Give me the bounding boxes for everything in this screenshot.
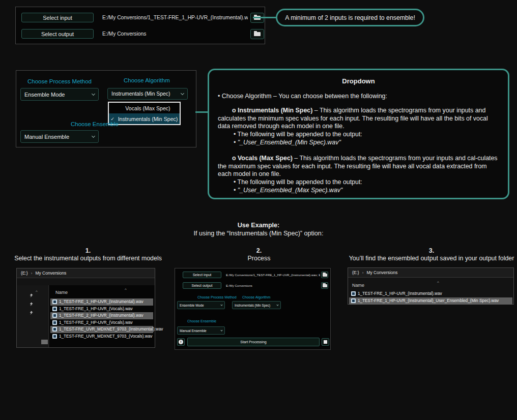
ensemble-requirement-callout: A minimum of 2 inputs is required to ens… [276,9,424,26]
info-box-intro: • Choose Algorithm – You can choose betw… [218,93,499,101]
breadcrumb-drive[interactable]: (E:) [21,271,28,276]
file-row[interactable]: 1_TEST-FRE_2_HP-UVR_(Vocals).wav [50,319,153,326]
file-row[interactable]: 1_TEST-FRE_UVR_MDXNET_9703_(Vocals).wav [50,333,153,340]
options-panel: Choose Process Method Ensemble Mode Choo… [16,70,196,147]
browse-input-button[interactable] [321,272,328,278]
min-spec-bullet-2: • "_User_Ensembled_(Min Spec).wav" [218,139,499,147]
info-icon: ! [179,340,183,344]
file-row[interactable]: 1_TEST-FRE_1_HP-UVR_(Vocals).wav [50,306,153,313]
audio-file-icon [52,327,57,332]
browse-output-button[interactable] [321,282,328,289]
step-number: 3. [346,247,517,254]
name-column-header[interactable]: Name [352,283,364,288]
folder-icon [254,32,261,36]
scrollbar-thumb[interactable] [41,340,48,344]
algorithm-value: Instrumentals (Min Spec) [111,91,170,97]
option-instrumentals-min-spec[interactable]: ✓ Instrumentals (Min Spec) [109,113,180,124]
pin-icon[interactable] [29,308,33,317]
sort-caret-icon[interactable]: ^ [437,280,439,285]
input-output-panel: Select input E:/My Conversions/1_TEST-FR… [15,7,265,44]
ensemble-dropdown[interactable]: Manual Ensemble [177,326,225,335]
pin-icon[interactable] [29,290,33,299]
step-caption: Process [175,255,343,262]
select-output-button[interactable]: Select output [21,29,94,39]
algorithm-label: Choose Algorithm [124,77,170,83]
breadcrumb-drive[interactable]: (E:) [352,270,359,275]
breadcrumb[interactable]: (E:) › My Conversions [348,268,513,278]
chevron-down-icon [276,304,278,306]
breadcrumb-folder[interactable]: My Conversions [35,271,66,276]
audio-file-icon [52,307,57,311]
max-spec-bullet-2: • "_User_Ensembled_(Max Spec).wav" [218,187,499,195]
explorer-sidebar: ^ [17,285,49,347]
start-processing-button[interactable]: Start Processing [187,338,320,346]
chevron-right-icon: › [31,271,33,276]
file-row[interactable]: 1_TEST-FRE_2_HP-UVR_(Instrumental).wav [50,312,153,319]
file-row[interactable]: 1_TEST-FRE_1_HP-UVR_(Instrumental).wav [349,290,512,297]
chevron-down-icon [92,134,95,137]
explorer-body: ^ Name ^ 1_TEST-FRE_1_HP-UVR_(Instrument… [17,285,155,347]
stop-icon [324,340,327,344]
step-2-header: 2. Process [175,247,343,262]
algorithm-dropdown[interactable]: Instrumentals (Min Spec) [107,88,188,100]
file-row[interactable]: 1_TEST-FRE_UVR_MDXNET_9703_(Instrumental… [50,326,153,333]
option-vocals-max-spec[interactable]: Vocals (Max Spec) [109,103,180,113]
process-method-dropdown[interactable]: Ensemble Mode [177,301,225,309]
uvr-app-screenshot: Select input E:/My Conversions/1_TEST-FR… [175,268,331,350]
algorithm-options-list: Vocals (Max Spec) ✓ Instrumentals (Min S… [108,102,181,125]
select-input-button[interactable]: Select input [183,272,221,278]
max-spec-bullet-1: • The following will be appended to the … [218,178,499,187]
input-path-value[interactable]: E:/My Conversions/1_TEST-FRE_1_HP-UVR_(I… [226,272,320,278]
process-method-label: Choose Process Method [27,78,92,84]
explorer-screenshot-output: (E:) › My Conversions Name ^ 1_TEST-FRE_… [348,267,514,305]
caret-up-icon[interactable]: ^ [36,289,38,294]
use-example-title: Use Example: [0,222,517,229]
infobox-connector-line [195,111,208,113]
step-caption: Select the instrumental outputs from dif… [4,255,172,262]
chevron-right-icon: › [362,271,364,275]
info-button[interactable]: ! [177,338,185,346]
algorithm-dropdown[interactable]: Instrumentals (Min Spec) [232,301,281,309]
folder-icon [323,284,327,287]
select-output-button[interactable]: Select output [183,282,221,289]
max-spec-lead: o Vocals (Max Spec) [232,155,293,162]
sort-caret-icon[interactable]: ^ [125,287,127,292]
min-spec-paragraph: o Instrumentals (Min Spec) – This algori… [218,107,499,131]
check-icon: ✓ [109,116,116,122]
process-method-label: Choose Process Method [197,295,237,299]
page: Select input E:/My Conversions/1_TEST-FR… [0,0,517,420]
ensemble-dropdown[interactable]: Manual Ensemble [20,130,99,143]
audio-file-icon [52,299,57,304]
input-path-value[interactable]: E:/My Conversions/1_TEST-FRE_1_HP-UVR_(I… [102,13,248,22]
process-method-dropdown[interactable]: Ensemble Mode [20,88,99,101]
chevron-down-icon [220,304,222,306]
chevron-down-icon [92,92,95,95]
explorer-screenshot-inputs: (E:) › My Conversions ^ Name ^ 1_TEST-FR… [16,268,155,348]
chevron-down-icon [181,91,184,95]
audio-file-icon [351,298,356,303]
select-input-button[interactable]: Select input [21,13,94,22]
file-row[interactable]: 1_TEST-FRE_1_HP-UVR_(Instrumental).wav [50,298,153,306]
explorer-file-list: Name ^ 1_TEST-FRE_1_HP-UVR_(Instrumental… [49,285,155,347]
min-spec-lead: o Instrumentals (Min Spec) [232,107,312,114]
info-box-title: Dropdown [218,77,499,85]
dropdown-info-box: Dropdown • Choose Algorithm – You can ch… [208,69,509,199]
stop-button[interactable] [322,338,329,346]
browse-output-button[interactable] [250,29,264,39]
audio-file-icon [351,291,356,296]
audio-file-icon [52,313,57,318]
breadcrumb-folder[interactable]: My Conversions [366,270,397,275]
output-path-value[interactable]: E:/My Conversions [226,282,320,289]
step-number: 2. [175,247,343,254]
file-row[interactable]: 1_TEST-FRE_1_HP-UVR_(Instrumental)_User_… [349,297,512,305]
name-column-header[interactable]: Name [55,290,68,295]
ensemble-label: Choose Ensemble [71,121,119,127]
audio-file-icon [52,334,57,339]
breadcrumb[interactable]: (E:) › My Conversions [17,268,155,278]
min-spec-bullet-1: • The following will be appended to the … [218,131,499,139]
process-method-value: Ensemble Mode [24,92,65,98]
output-path-value[interactable]: E:/My Conversions [102,29,248,39]
step-1-header: 1. Select the instrumental outputs from … [4,247,172,262]
pin-icon[interactable] [29,299,33,308]
ensemble-value: Manual Ensemble [24,134,69,140]
